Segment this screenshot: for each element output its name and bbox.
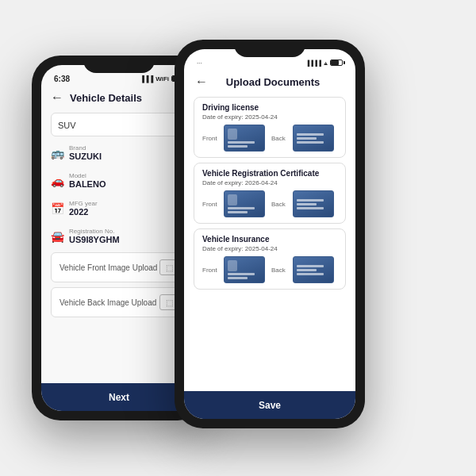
id-line-6: [228, 207, 255, 209]
calendar-icon: 📅: [51, 202, 64, 215]
doc-back-img-1[interactable]: [293, 125, 334, 152]
front-upload-label: Vehicle Front Image Upload: [60, 263, 157, 272]
scene: 6:38 ▐▐▐ WiFi ← Vehicle Details SUV: [16, 16, 460, 460]
reg-no-label: Registration No.: [69, 228, 120, 235]
id-line-13: [297, 265, 324, 267]
doc-card-insurance: Vehicle Insurance Date of expiry: 2025-0…: [194, 228, 346, 290]
id-line-10: [297, 207, 324, 209]
mfg-year-label: MFG year: [69, 200, 98, 207]
wifi-icon-1: WiFi: [155, 75, 169, 83]
time-2: ···: [197, 60, 202, 67]
id-photo-2f: [228, 194, 237, 205]
vd-content: SUV 🚌 Brand SUZUKI 🚗 Model BALENO: [41, 109, 197, 383]
doc-back-group-2: Back: [271, 190, 337, 217]
doc-expiry-2: Date of expiry: 2026-04-24: [202, 179, 337, 186]
doc-front-group-1: Front: [202, 125, 268, 152]
brand-label: Brand: [69, 144, 102, 152]
notch-2: [234, 40, 305, 57]
ud-title: Upload Documents: [214, 76, 332, 88]
doc-front-label-2: Front: [202, 201, 221, 208]
doc-front-group-3: Front: [202, 256, 268, 283]
save-button[interactable]: Save: [184, 391, 355, 419]
doc-card-driving-license: Driving license Date of expiry: 2025-04-…: [194, 97, 346, 158]
doc-front-img-1[interactable]: [224, 125, 265, 152]
id-line-11: [228, 273, 255, 275]
model-value: BALENO: [69, 179, 106, 189]
doc-images-1: Front Back: [202, 125, 337, 152]
id-line-12: [228, 277, 248, 279]
vd-title: Vehicle Details: [70, 92, 142, 104]
back-button-1[interactable]: ←: [51, 90, 63, 105]
doc-front-img-3[interactable]: [224, 256, 265, 283]
mfg-year-field: 📅 MFG year 2022: [51, 197, 187, 220]
mfg-year-info: MFG year 2022: [69, 200, 98, 217]
doc-front-group-2: Front: [202, 190, 268, 217]
doc-front-img-2[interactable]: [224, 190, 265, 217]
doc-back-group-3: Back: [271, 256, 337, 283]
doc-back-label-2: Back: [271, 201, 290, 208]
doc-back-img-3[interactable]: [293, 256, 334, 283]
brand-info: Brand SUZUKI: [69, 144, 102, 161]
next-button[interactable]: Next: [41, 383, 197, 411]
ud-content: Driving license Date of expiry: 2025-04-…: [184, 94, 355, 391]
brand-field: 🚌 Brand SUZUKI: [51, 141, 187, 164]
vehicle-type-value: SUV: [58, 121, 76, 130]
doc-card-registration: Vehicle Registration Certificate Date of…: [194, 163, 346, 224]
id-line-14: [297, 269, 317, 271]
id-line-1: [228, 141, 255, 144]
vehicle-type-field[interactable]: SUV: [51, 113, 187, 136]
id-photo-3f: [228, 260, 237, 271]
signal-icon-2: ▐▐▐▐: [305, 60, 321, 66]
doc-expiry-date-1: 2025-04-24: [245, 113, 278, 121]
brand-value: SUZUKI: [69, 152, 102, 161]
phone-1-inner: 6:38 ▐▐▐ WiFi ← Vehicle Details SUV: [41, 65, 197, 411]
status-icons-2: ▐▐▐▐ ⟁: [305, 60, 343, 67]
id-line-15: [297, 273, 324, 275]
doc-back-group-1: Back: [271, 125, 337, 152]
wifi-icon-2: ⟁: [324, 60, 328, 67]
id-line-5: [297, 141, 324, 144]
doc-back-label-3: Back: [271, 267, 290, 274]
doc-expiry-date-2: 2026-04-24: [245, 179, 278, 186]
notch-1: [83, 56, 155, 73]
doc-back-label-1: Back: [271, 135, 290, 142]
vd-header: ← Vehicle Details: [41, 87, 197, 109]
doc-title-1: Driving license: [202, 103, 337, 112]
doc-images-2: Front Back: [202, 190, 337, 217]
doc-expiry-date-3: 2025-04-24: [245, 245, 278, 252]
battery-icon-2: [330, 60, 343, 66]
reg-no-value: US9I8YGHM: [69, 235, 120, 244]
doc-back-img-2[interactable]: [293, 190, 334, 217]
ud-header: ← Upload Documents: [184, 71, 355, 94]
id-photo-1f: [228, 129, 237, 140]
back-button-2[interactable]: ←: [195, 75, 208, 89]
id-line-7: [228, 211, 248, 213]
model-icon: 🚗: [51, 175, 64, 187]
brand-icon: 🚌: [51, 147, 64, 159]
time-1: 6:38: [54, 75, 70, 83]
id-line-3: [297, 133, 324, 136]
doc-images-3: Front Back: [202, 256, 337, 283]
id-line-2: [228, 145, 248, 148]
reg-no-info: Registration No. US9I8YGHM: [69, 228, 120, 244]
reg-icon: 🚘: [51, 230, 64, 243]
doc-front-label-3: Front: [202, 267, 221, 274]
reg-no-field: 🚘 Registration No. US9I8YGHM: [51, 225, 187, 248]
id-line-9: [297, 203, 317, 205]
front-image-upload[interactable]: Vehicle Front Image Upload ⬚: [51, 252, 187, 282]
model-label: Model: [69, 172, 106, 179]
back-image-upload[interactable]: Vehicle Back Image Upload ⬚: [51, 287, 187, 317]
model-field: 🚗 Model BALENO: [51, 169, 187, 192]
doc-expiry-3: Date of expiry: 2025-04-24: [202, 245, 337, 252]
back-upload-label: Vehicle Back Image Upload: [60, 298, 156, 307]
id-line-8: [297, 199, 324, 202]
doc-expiry-1: Date of expiry: 2025-04-24: [202, 113, 337, 121]
doc-expiry-label-1: Date of expiry:: [202, 113, 245, 121]
phone-2-inner: ··· ▐▐▐▐ ⟁ ← Upload Documents: [184, 49, 355, 419]
signal-icon-1: ▐▐▐: [140, 75, 153, 83]
phone-upload-documents: ··· ▐▐▐▐ ⟁ ← Upload Documents: [175, 40, 365, 428]
doc-front-label-1: Front: [202, 135, 221, 142]
doc-title-3: Vehicle Insurance: [202, 235, 337, 244]
doc-expiry-label-2: Date of expiry:: [202, 179, 245, 186]
doc-title-2: Vehicle Registration Certificate: [202, 169, 337, 178]
